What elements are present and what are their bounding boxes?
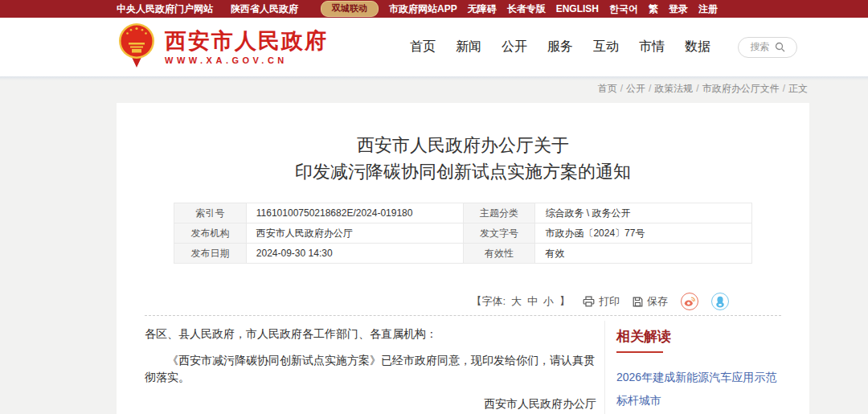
table-row: 发布日期 2024-09-30 14:30 有效性 有效	[174, 244, 752, 264]
breadcrumb-separator: /	[783, 83, 785, 94]
table-row: 索引号 11610100750218682E/2024-019180 主题分类 …	[174, 203, 752, 223]
qq-penguin-icon	[714, 296, 726, 308]
font-size-large-button[interactable]: 大	[511, 294, 522, 309]
table-row: 发布机构 西安市人民政府办公厅 发文字号 市政办函〔2024〕77号	[174, 223, 752, 244]
nav-item-home[interactable]: 首页	[410, 39, 436, 55]
breadcrumb-current: 正文	[788, 83, 808, 94]
topbar-link-central-gov[interactable]: 中央人民政府门户网站	[117, 2, 213, 16]
search-icon	[775, 42, 785, 52]
breadcrumb: 首页/公开/政策法规/市政府办公厅文件/正文	[0, 82, 868, 95]
dual-city-link-pill[interactable]: 双城联动	[321, 1, 379, 17]
topbar-link-traditional-chinese[interactable]: 繁	[649, 2, 658, 16]
document-signer: 西安市人民政府办公厅	[145, 396, 604, 412]
meta-value-validity: 有效	[535, 244, 752, 264]
floppy-save-icon	[633, 297, 643, 307]
nav-item-news[interactable]: 新闻	[456, 39, 481, 55]
nav-item-services[interactable]: 服务	[547, 39, 573, 55]
meta-label-topic-category: 主题分类	[463, 203, 535, 223]
weibo-icon	[683, 295, 696, 308]
site-name: 西安市人民政府	[165, 30, 328, 52]
font-size-suffix: 】	[559, 294, 570, 309]
article-title-line2: 印发减污降碳协同创新试点实施方案的通知	[145, 158, 781, 185]
topbar-link-korean[interactable]: 한국어	[609, 2, 638, 16]
search-box[interactable]: 搜索	[738, 37, 797, 58]
meta-value-issuing-agency: 西安市人民政府办公厅	[246, 223, 463, 244]
document-body: 各区、县人民政府，市人民政府各工作部门、各直属机构： 《西安市减污降碳协同创新试…	[145, 316, 604, 414]
related-reading-underline	[616, 351, 663, 353]
article-title: 西安市人民政府办公厅关于 印发减污降碳协同创新试点实施方案的通知	[145, 132, 781, 185]
topbar-link-shaanxi-gov[interactable]: 陕西省人民政府	[231, 2, 298, 16]
save-button[interactable]: 保存	[633, 294, 668, 309]
topbar-link-accessibility[interactable]: 无障碍	[468, 2, 497, 16]
site-logo[interactable]: 西安市人民政府 WWW.XA.GOV.CN	[117, 22, 328, 73]
document-salutation: 各区、县人民政府，市人民政府各工作部门、各直属机构：	[145, 326, 604, 342]
meta-label-publish-date: 发布日期	[174, 244, 247, 264]
meta-value-publish-date: 2024-09-30 14:30	[246, 244, 463, 264]
top-utility-bar: 中央人民政府门户网站 陕西省人民政府 双城联动 市政府网站APP 无障碍 长者专…	[0, 0, 868, 18]
topbar-link-elderly-version[interactable]: 长者专版	[507, 2, 546, 16]
search-label: 搜索	[751, 40, 770, 54]
breadcrumb-office-documents[interactable]: 市政府办公厅文件	[702, 83, 780, 94]
breadcrumb-separator: /	[696, 83, 698, 94]
breadcrumb-separator: /	[649, 83, 651, 94]
related-reading-sidebar: 相关解读 2026年建成新能源汽车应用示范标杆城市	[604, 321, 781, 414]
meta-label-document-number: 发文字号	[463, 223, 535, 244]
page-body: 首页/公开/政策法规/市政府办公厅文件/正文 西安市人民政府办公厅关于 印发减污…	[0, 76, 868, 414]
meta-value-index-number: 11610100750218682E/2024-019180	[246, 203, 463, 223]
nav-item-data[interactable]: 数据	[685, 39, 710, 55]
meta-label-index-number: 索引号	[174, 203, 247, 223]
print-label: 打印	[599, 294, 620, 309]
font-size-medium-button[interactable]: 中	[527, 294, 538, 309]
nav-item-city-info[interactable]: 市情	[639, 39, 665, 55]
topbar-link-register[interactable]: 注册	[698, 2, 718, 16]
font-size-control: 【字体: 大 中 小 】	[471, 294, 570, 309]
article-title-line1: 西安市人民政府办公厅关于	[145, 132, 781, 158]
nav-item-interaction[interactable]: 互动	[593, 39, 619, 55]
print-button[interactable]: 打印	[583, 294, 620, 309]
font-size-small-button[interactable]: 小	[543, 294, 554, 309]
article-toolbar: 【字体: 大 中 小 】 打印	[145, 293, 781, 310]
topbar-link-gov-app[interactable]: 市政府网站APP	[389, 2, 457, 16]
main-nav: 首页 新闻 公开 服务 互动 市情 数据	[410, 39, 710, 55]
article-content: 各区、县人民政府，市人民政府各工作部门、各直属机构： 《西安市减污降碳协同创新试…	[145, 316, 781, 414]
meta-value-topic-category: 综合政务 \ 政务公开	[535, 203, 752, 223]
document-meta-table: 索引号 11610100750218682E/2024-019180 主题分类 …	[174, 203, 752, 264]
related-reading-link[interactable]: 2026年建成新能源汽车应用示范标杆城市	[616, 366, 781, 412]
printer-icon	[583, 296, 595, 307]
breadcrumb-separator: /	[620, 83, 623, 94]
nav-item-disclosure[interactable]: 公开	[502, 39, 527, 55]
topbar-link-login[interactable]: 登录	[669, 2, 688, 16]
article-card: 西安市人民政府办公厅关于 印发减污降碳协同创新试点实施方案的通知 索引号 116…	[117, 103, 809, 414]
share-weibo-button[interactable]	[681, 293, 698, 310]
meta-label-validity: 有效性	[463, 244, 535, 264]
save-label: 保存	[647, 294, 668, 309]
breadcrumb-policies[interactable]: 政策法规	[654, 83, 693, 94]
national-emblem-icon	[117, 22, 157, 73]
site-header: 西安市人民政府 WWW.XA.GOV.CN 首页 新闻 公开 服务 互动 市情 …	[0, 18, 868, 76]
document-paragraph: 《西安市减污降碳协同创新试点实施方案》已经市政府同意，现印发给你们，请认真贯彻落…	[145, 352, 604, 386]
meta-label-issuing-agency: 发布机构	[174, 223, 247, 244]
breadcrumb-home[interactable]: 首页	[598, 83, 617, 94]
breadcrumb-disclosure[interactable]: 公开	[626, 83, 645, 94]
font-size-prefix: 【字体:	[471, 294, 506, 309]
related-reading-title: 相关解读	[616, 327, 781, 346]
share-qq-button[interactable]	[711, 293, 729, 310]
logo-text: 西安市人民政府 WWW.XA.GOV.CN	[165, 30, 328, 65]
topbar-right-links: 双城联动 市政府网站APP 无障碍 长者专版 ENGLISH 한국어 繁 登录 …	[321, 1, 718, 17]
site-url: WWW.XA.GOV.CN	[165, 55, 328, 65]
meta-value-document-number: 市政办函〔2024〕77号	[535, 223, 752, 244]
topbar-left-links: 中央人民政府门户网站 陕西省人民政府	[117, 2, 298, 16]
topbar-link-english[interactable]: ENGLISH	[556, 3, 599, 14]
